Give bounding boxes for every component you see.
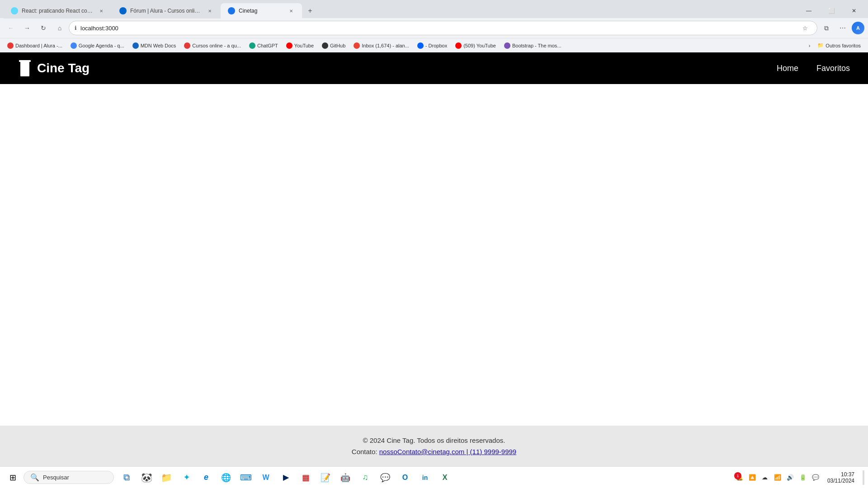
app-logo[interactable]: Cine Tag	[18, 60, 90, 76]
pinned-app-android[interactable]: 🤖	[336, 469, 354, 487]
pinned-app-sqlmgmt[interactable]: ▦	[297, 469, 315, 487]
bookmarks-folder-label: Outros favoritos	[826, 43, 861, 48]
page-content: Cine Tag Home Favoritos © 2024 Cine Tag.…	[0, 52, 868, 466]
bookmark-mdn-label: MDN Web Docs	[141, 43, 176, 48]
folder-icon: 📁	[817, 42, 824, 48]
notepad-icon: 📝	[321, 473, 330, 483]
bookmark-dashboard-favicon	[7, 42, 14, 49]
tab-react[interactable]: React: praticando React com Js: A... ✕	[4, 3, 112, 19]
bookmark-cursos[interactable]: Cursos online - a qu...	[180, 41, 245, 50]
pinned-app-taskview[interactable]: ⧉	[118, 469, 136, 487]
clock-time: 10:37	[827, 471, 854, 478]
search-bar[interactable]: 🔍 Pesquisar	[24, 471, 114, 484]
start-button[interactable]: ⊞	[4, 469, 22, 487]
pinned-app-outlook[interactable]: O	[396, 469, 414, 487]
pinned-app-chrome[interactable]: 🌐	[217, 469, 235, 487]
pinned-app-vscode[interactable]: ⌨	[237, 469, 255, 487]
pinned-app-linkedin[interactable]: in	[416, 469, 434, 487]
bookmark-bootstrap[interactable]: Bootstrap - The mos...	[500, 41, 565, 50]
tray-notification-icon[interactable]: 🔔 1	[734, 472, 745, 483]
footer-copyright: © 2024 Cine Tag. Todos os direitos reser…	[0, 436, 868, 444]
tab-react-close[interactable]: ✕	[98, 7, 105, 14]
refresh-button[interactable]: ↻	[36, 21, 51, 35]
bookmark-dashboard[interactable]: Dashboard | Alura -...	[4, 41, 66, 50]
pinned-app-webstorm[interactable]: W	[257, 469, 275, 487]
tray-cloud[interactable]: ☁	[760, 472, 770, 483]
bookmark-dropbox[interactable]: - Dropbox	[414, 41, 451, 50]
browser-chrome: React: praticando React com Js: A... ✕ F…	[0, 0, 868, 52]
taskbar-clock[interactable]: 10:37 03/11/2024	[825, 470, 857, 485]
pinned-app-panda[interactable]: 🐼	[137, 469, 156, 487]
forward-button[interactable]: →	[20, 21, 34, 35]
tray-wifi[interactable]: 📶	[772, 472, 783, 483]
bookmarks-bar: Dashboard | Alura -... Google Agenda - q…	[0, 38, 868, 52]
show-desktop-button[interactable]	[863, 470, 864, 485]
browser-menu-button[interactable]: ⋯	[835, 21, 850, 35]
bookmark-star-button[interactable]: ☆	[799, 22, 811, 34]
tab-forum[interactable]: Fórum | Alura - Cursos online de... ✕	[112, 3, 221, 19]
nav-home-link[interactable]: Home	[777, 64, 798, 73]
footer-contact-link[interactable]: nossoContato@cinetag.com | (11) 9999-999…	[379, 448, 516, 455]
address-bar[interactable]: ℹ localhost:3000 ☆	[69, 21, 817, 35]
tray-battery[interactable]: 🔋	[797, 472, 808, 483]
pinned-app-copilot[interactable]: ✦	[177, 469, 195, 487]
tab-cinetag-close[interactable]: ✕	[288, 7, 295, 14]
pinned-app-excel[interactable]: X	[436, 469, 454, 487]
extensions-button[interactable]: ⧉	[819, 21, 834, 35]
pinned-app-notepad[interactable]: 📝	[316, 469, 335, 487]
bookmark-chatgpt[interactable]: ChatGPT	[245, 41, 282, 50]
profile-button[interactable]: A	[852, 22, 864, 34]
tab-forum-favicon	[119, 7, 127, 14]
bookmarks-more-button[interactable]: ›	[806, 42, 813, 50]
bookmark-youtube-favicon	[286, 42, 292, 49]
pinned-app-powershell[interactable]: ▶	[277, 469, 295, 487]
bookmark-dashboard-label: Dashboard | Alura -...	[15, 43, 62, 48]
app-footer: © 2024 Cine Tag. Todos os direitos reser…	[0, 426, 868, 466]
bookmark-youtube[interactable]: YouTube	[283, 41, 317, 50]
powershell-icon: ▶	[283, 473, 288, 482]
tray-chevron[interactable]: 🔼	[747, 472, 758, 483]
bookmark-cursos-label: Cursos online - a qu...	[192, 43, 241, 48]
tray-volume[interactable]: 🔊	[785, 472, 796, 483]
bookmark-youtube2-favicon	[455, 42, 462, 49]
pinned-app-whatsapp[interactable]: 💬	[376, 469, 394, 487]
spotify-icon: ♫	[362, 473, 368, 482]
pinned-app-explorer[interactable]: 📁	[157, 469, 175, 487]
bookmark-youtube2[interactable]: (509) YouTube	[452, 41, 500, 50]
bookmark-google-agenda-label: Google Agenda - q...	[79, 43, 124, 48]
bookmark-mdn[interactable]: MDN Web Docs	[129, 41, 180, 50]
close-button[interactable]: ✕	[844, 3, 864, 19]
taskbar: ⊞ 🔍 Pesquisar ⧉ 🐼 📁 ✦ e 🌐	[0, 466, 868, 488]
logo-text: Cine Tag	[37, 61, 90, 75]
system-tray: 🔔 1 🔼 ☁ 📶 🔊 🔋 💬	[734, 472, 821, 483]
vscode-icon: ⌨	[240, 473, 252, 483]
minimize-button[interactable]: —	[798, 3, 819, 19]
navigation-bar: ← → ↻ ⌂ ℹ localhost:3000 ☆ ⧉ ⋯ A	[0, 18, 868, 38]
bookmark-github[interactable]: GitHub	[318, 41, 349, 50]
maximize-button[interactable]: ⬜	[821, 3, 842, 19]
home-button[interactable]: ⌂	[52, 21, 67, 35]
tab-cinetag[interactable]: Cinetag ✕	[221, 3, 302, 19]
edge-icon: e	[204, 473, 208, 482]
bookmark-inbox[interactable]: Inbox (1,674) - alan...	[350, 41, 413, 50]
tab-forum-close[interactable]: ✕	[206, 7, 213, 14]
bookmark-youtube-label: YouTube	[294, 43, 314, 48]
pinned-app-spotify[interactable]: ♫	[356, 469, 374, 487]
panda-icon: 🐼	[141, 472, 152, 483]
address-info-icon: ℹ	[75, 25, 77, 31]
tray-chat[interactable]: 💬	[810, 472, 821, 483]
new-tab-button[interactable]: +	[304, 5, 316, 17]
pinned-app-edge[interactable]: e	[197, 469, 215, 487]
bookmarks-folder[interactable]: 📁 Outros favoritos	[814, 41, 864, 50]
webstorm-icon: W	[262, 474, 269, 482]
bookmark-google-agenda[interactable]: Google Agenda - q...	[67, 41, 128, 50]
taskbar-start: ⊞ 🔍 Pesquisar	[4, 469, 114, 487]
android-icon: 🤖	[340, 473, 350, 483]
nav-favorites-link[interactable]: Favoritos	[816, 64, 850, 73]
bookmark-youtube2-label: (509) YouTube	[463, 43, 496, 48]
address-actions: ☆	[799, 22, 811, 34]
tab-forum-label: Fórum | Alura - Cursos online de...	[130, 8, 203, 14]
excel-icon: X	[443, 474, 448, 482]
back-button[interactable]: ←	[4, 21, 18, 35]
sqlmgmt-icon: ▦	[302, 473, 310, 483]
